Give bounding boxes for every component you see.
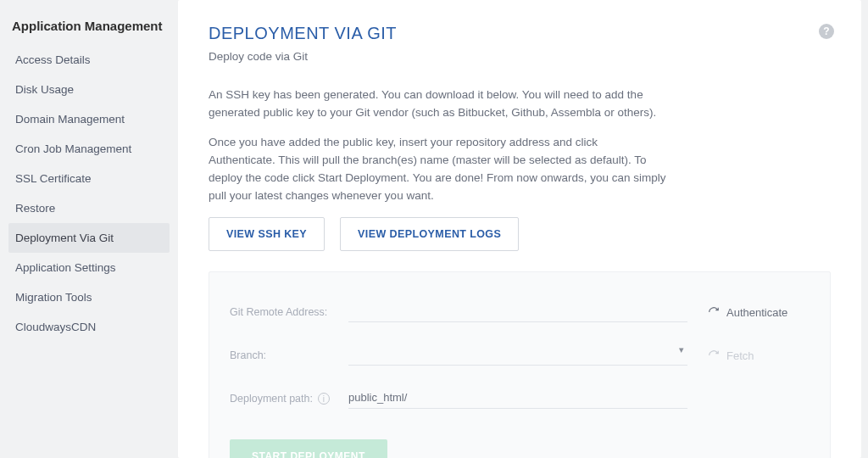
sidebar-item-cron-job-management[interactable]: Cron Job Management [8,134,170,164]
fetch-label: Fetch [726,349,754,362]
start-deployment-button[interactable]: START DEPLOYMENT [230,439,387,458]
sidebar-item-domain-management[interactable]: Domain Management [8,104,170,134]
git-remote-input-wrap [348,303,687,322]
sidebar: Application Management Access Details Di… [0,0,178,458]
row-branch: Branch: ▾ Fetch [230,334,810,377]
git-remote-input[interactable] [348,304,687,317]
sidebar-item-access-details[interactable]: Access Details [8,45,170,75]
description: An SSH key has been generated. You can d… [209,87,666,205]
page-title: DEPLOYMENT VIA GIT [209,24,831,43]
row-deployment-path: Deployment path: i [230,377,810,421]
sidebar-item-application-settings[interactable]: Application Settings [8,253,170,282]
label-deployment-path-text: Deployment path: [230,393,313,405]
button-row: VIEW SSH KEY VIEW DEPLOYMENT LOGS [209,217,831,251]
row-git-remote: Git Remote Address: Authenticate [230,291,810,334]
sidebar-title: Application Management [8,15,170,45]
label-branch: Branch: [230,349,348,361]
description-paragraph-1: An SSH key has been generated. You can d… [209,87,666,122]
info-icon[interactable]: i [318,393,330,405]
deployment-path-input-wrap [348,389,687,409]
fetch-action: Fetch [708,349,810,362]
branch-select-wrap[interactable]: ▾ [348,346,687,366]
description-paragraph-2: Once you have added the public key, inse… [209,134,666,205]
sidebar-item-cloudwayscdn[interactable]: CloudwaysCDN [8,312,170,342]
view-ssh-key-button[interactable]: VIEW SSH KEY [209,217,325,251]
label-deployment-path: Deployment path: i [230,393,348,405]
page-subtitle: Deploy code via Git [209,50,831,63]
sidebar-item-restore[interactable]: Restore [8,193,170,223]
authenticate-label: Authenticate [726,306,787,319]
sidebar-item-ssl-certificate[interactable]: SSL Certificate [8,164,170,193]
sidebar-item-migration-tools[interactable]: Migration Tools [8,282,170,312]
main-panel: ? DEPLOYMENT VIA GIT Deploy code via Git… [178,0,861,458]
label-git-remote: Git Remote Address: [230,306,348,318]
authenticate-action[interactable]: Authenticate [708,306,810,319]
sidebar-item-deployment-via-git[interactable]: Deployment Via Git [8,223,170,253]
branch-select[interactable] [348,348,687,360]
refresh-icon [708,306,720,318]
refresh-icon [708,349,720,361]
git-form-panel: Git Remote Address: Authenticate Branch:… [209,271,831,458]
deployment-path-input[interactable] [348,391,687,404]
sidebar-item-disk-usage[interactable]: Disk Usage [8,75,170,104]
help-icon[interactable]: ? [819,24,834,39]
view-deployment-logs-button[interactable]: VIEW DEPLOYMENT LOGS [340,217,519,251]
